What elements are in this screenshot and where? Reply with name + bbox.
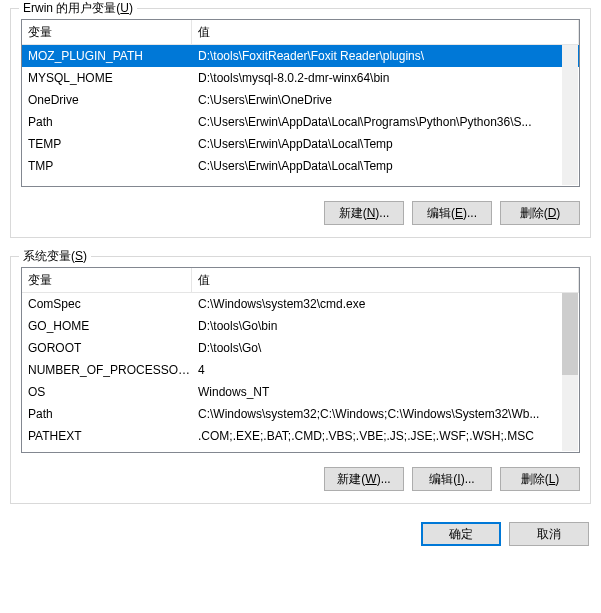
- user-vars-title-key: U: [120, 1, 129, 15]
- user-vars-header: 变量 值: [22, 20, 579, 45]
- var-name-cell: PATHEXT: [22, 429, 192, 443]
- table-row[interactable]: ComSpecC:\Windows\system32\cmd.exe: [22, 293, 579, 315]
- table-row[interactable]: OSWindows_NT: [22, 381, 579, 403]
- var-value-cell: Windows_NT: [192, 385, 579, 399]
- system-vars-header: 变量 值: [22, 268, 579, 293]
- user-vars-list[interactable]: 变量 值 MOZ_PLUGIN_PATHD:\tools\FoxitReader…: [21, 19, 580, 187]
- col-header-name[interactable]: 变量: [22, 20, 192, 44]
- var-name-cell: OS: [22, 385, 192, 399]
- edit-user-var-button[interactable]: 编辑(E)...: [412, 201, 492, 225]
- var-name-cell: NUMBER_OF_PROCESSORS: [22, 363, 192, 377]
- edit-system-var-button[interactable]: 编辑(I)...: [412, 467, 492, 491]
- var-name-cell: ComSpec: [22, 297, 192, 311]
- var-name-cell: GOROOT: [22, 341, 192, 355]
- system-vars-buttons: 新建(W)... 编辑(I)... 删除(L): [21, 467, 580, 491]
- var-value-cell: .COM;.EXE;.BAT;.CMD;.VBS;.VBE;.JS;.JSE;.…: [192, 429, 579, 443]
- user-vars-scrollbar[interactable]: [562, 45, 578, 185]
- user-vars-title-suffix: ): [129, 1, 133, 15]
- var-name-cell: Path: [22, 115, 192, 129]
- system-vars-list[interactable]: 变量 值 ComSpecC:\Windows\system32\cmd.exeG…: [21, 267, 580, 453]
- var-name-cell: TMP: [22, 159, 192, 173]
- var-value-cell: 4: [192, 363, 579, 377]
- system-vars-group: 系统变量(S) 变量 值 ComSpecC:\Windows\system32\…: [10, 256, 591, 504]
- delete-user-var-button[interactable]: 删除(D): [500, 201, 580, 225]
- col-header-value[interactable]: 值: [192, 268, 579, 292]
- var-value-cell: C:\Windows\system32;C:\Windows;C:\Window…: [192, 407, 579, 421]
- var-value-cell: C:\Users\Erwin\OneDrive: [192, 93, 579, 107]
- scrollbar-thumb[interactable]: [562, 293, 578, 375]
- var-value-cell: D:\tools\Go\bin: [192, 319, 579, 333]
- cancel-button[interactable]: 取消: [509, 522, 589, 546]
- table-row[interactable]: TEMPC:\Users\Erwin\AppData\Local\Temp: [22, 133, 579, 155]
- ok-button[interactable]: 确定: [421, 522, 501, 546]
- var-value-cell: D:\tools\mysql-8.0.2-dmr-winx64\bin: [192, 71, 579, 85]
- var-value-cell: C:\Windows\system32\cmd.exe: [192, 297, 579, 311]
- user-vars-title-prefix: Erwin 的用户变量(: [23, 1, 120, 15]
- table-row[interactable]: OneDriveC:\Users\Erwin\OneDrive: [22, 89, 579, 111]
- table-row[interactable]: NUMBER_OF_PROCESSORS4: [22, 359, 579, 381]
- new-user-var-button[interactable]: 新建(N)...: [324, 201, 404, 225]
- var-value-cell: C:\Users\Erwin\AppData\Local\Temp: [192, 137, 579, 151]
- dialog-buttons: 确定 取消: [10, 522, 591, 546]
- delete-system-var-button[interactable]: 删除(L): [500, 467, 580, 491]
- var-name-cell: MYSQL_HOME: [22, 71, 192, 85]
- table-row[interactable]: PATHEXT.COM;.EXE;.BAT;.CMD;.VBS;.VBE;.JS…: [22, 425, 579, 447]
- var-value-cell: C:\Users\Erwin\AppData\Local\Temp: [192, 159, 579, 173]
- user-vars-group: Erwin 的用户变量(U) 变量 值 MOZ_PLUGIN_PATHD:\to…: [10, 8, 591, 238]
- var-name-cell: GO_HOME: [22, 319, 192, 333]
- scrollbar-thumb[interactable]: [562, 45, 578, 185]
- var-name-cell: MOZ_PLUGIN_PATH: [22, 49, 192, 63]
- table-row[interactable]: MYSQL_HOMED:\tools\mysql-8.0.2-dmr-winx6…: [22, 67, 579, 89]
- table-row[interactable]: GOROOTD:\tools\Go\: [22, 337, 579, 359]
- system-vars-scrollbar[interactable]: [562, 293, 578, 451]
- system-vars-title: 系统变量(S): [19, 248, 91, 265]
- var-name-cell: OneDrive: [22, 93, 192, 107]
- var-value-cell: D:\tools\FoxitReader\Foxit Reader\plugin…: [192, 49, 579, 63]
- table-row[interactable]: GO_HOMED:\tools\Go\bin: [22, 315, 579, 337]
- var-value-cell: C:\Users\Erwin\AppData\Local\Programs\Py…: [192, 115, 579, 129]
- new-system-var-button[interactable]: 新建(W)...: [324, 467, 404, 491]
- col-header-name[interactable]: 变量: [22, 268, 192, 292]
- table-row[interactable]: PathC:\Users\Erwin\AppData\Local\Program…: [22, 111, 579, 133]
- table-row[interactable]: MOZ_PLUGIN_PATHD:\tools\FoxitReader\Foxi…: [22, 45, 579, 67]
- var-value-cell: D:\tools\Go\: [192, 341, 579, 355]
- var-name-cell: Path: [22, 407, 192, 421]
- user-vars-buttons: 新建(N)... 编辑(E)... 删除(D): [21, 201, 580, 225]
- user-vars-title: Erwin 的用户变量(U): [19, 0, 137, 17]
- var-name-cell: TEMP: [22, 137, 192, 151]
- table-row[interactable]: PathC:\Windows\system32;C:\Windows;C:\Wi…: [22, 403, 579, 425]
- env-vars-dialog: Erwin 的用户变量(U) 变量 值 MOZ_PLUGIN_PATHD:\to…: [0, 0, 601, 613]
- col-header-value[interactable]: 值: [192, 20, 579, 44]
- table-row[interactable]: TMPC:\Users\Erwin\AppData\Local\Temp: [22, 155, 579, 177]
